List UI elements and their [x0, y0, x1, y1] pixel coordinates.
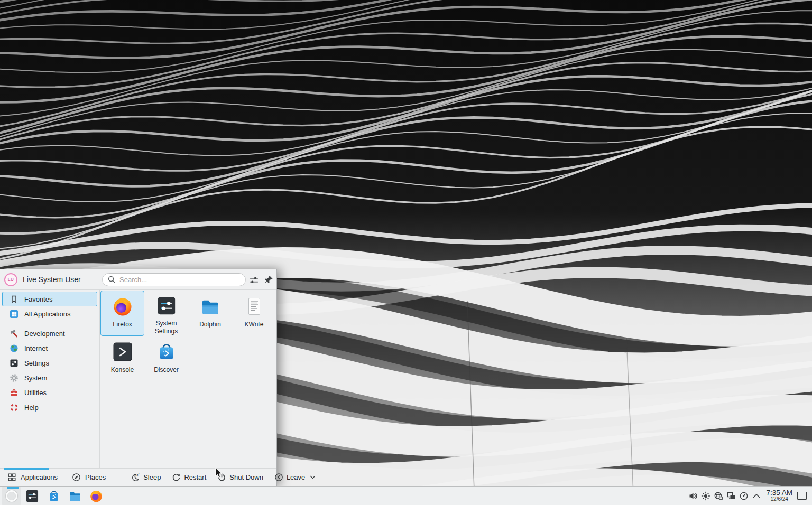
- app-label: Firefox: [113, 321, 132, 329]
- sidebar-item-internet[interactable]: Internet: [2, 341, 97, 356]
- action-label: Leave: [287, 473, 305, 481]
- app-label: KWrite: [245, 321, 264, 329]
- tab-label: Places: [85, 473, 106, 481]
- favorites-grid: Firefox System Settings: [100, 290, 276, 468]
- sidebar-item-all-applications[interactable]: All Applications: [2, 306, 97, 321]
- sidebar-item-settings[interactable]: Settings: [2, 356, 97, 370]
- sidebar-item-label: System: [24, 374, 47, 382]
- hammer-icon: [10, 329, 19, 338]
- sidebar-item-system[interactable]: System: [2, 370, 97, 385]
- konsole-icon: [112, 341, 133, 362]
- tab-label: Applications: [21, 473, 58, 481]
- taskbar-item-discover[interactable]: [43, 487, 64, 505]
- leave-button[interactable]: Leave: [274, 473, 316, 482]
- search-input[interactable]: Search...: [102, 273, 246, 286]
- app-label: Dolphin: [199, 321, 221, 329]
- configure-icon[interactable]: [248, 274, 260, 286]
- kwrite-icon: [244, 296, 265, 317]
- screen-layout-icon[interactable]: [725, 487, 737, 505]
- taskbar-item-firefox[interactable]: [86, 487, 107, 505]
- action-label: Sleep: [143, 473, 161, 481]
- firefox-icon: [112, 296, 133, 317]
- dolphin-icon: [200, 296, 221, 317]
- sidebar-item-label: Help: [24, 404, 39, 412]
- system-tray: 7:35 AM 12/6/24: [687, 487, 809, 505]
- firefox-icon: [89, 489, 103, 503]
- sidebar-item-label: All Applications: [24, 310, 70, 318]
- active-task-indicator: [7, 487, 19, 489]
- application-launcher-button[interactable]: [2, 487, 21, 505]
- sidebar-item-help[interactable]: Help: [2, 400, 97, 415]
- taskbar-item-system-settings[interactable]: [22, 487, 43, 505]
- app-tile-system-settings[interactable]: System Settings: [144, 291, 188, 336]
- globe-icon: [10, 344, 19, 353]
- shutdown-button[interactable]: Shut Down: [217, 473, 263, 482]
- settings-icon: [10, 359, 19, 368]
- sidebar-item-development[interactable]: Development: [2, 326, 97, 341]
- dolphin-icon: [68, 489, 82, 503]
- leave-icon: [274, 473, 283, 482]
- app-tile-kwrite[interactable]: KWrite: [232, 291, 276, 336]
- tab-places[interactable]: Places: [72, 473, 106, 482]
- launcher-header: LU Live System User Search...: [0, 269, 276, 290]
- volume-icon[interactable]: [687, 487, 699, 505]
- search-placeholder: Search...: [119, 276, 147, 284]
- discover-icon: [156, 341, 177, 362]
- sidebar-item-utilities[interactable]: Utilities: [2, 385, 97, 400]
- app-label: Konsole: [111, 366, 134, 374]
- svg-text:z: z: [139, 473, 140, 475]
- expand-tray-icon[interactable]: [750, 487, 763, 505]
- app-tile-firefox[interactable]: Firefox: [100, 291, 144, 336]
- show-desktop-button[interactable]: [797, 492, 807, 500]
- app-label: Discover: [154, 366, 179, 374]
- digital-clock[interactable]: 7:35 AM 12/6/24: [766, 489, 792, 502]
- action-label: Restart: [184, 473, 206, 481]
- system-settings-icon: [25, 489, 39, 503]
- bookmark-icon: [10, 295, 19, 304]
- pin-icon[interactable]: [263, 274, 275, 286]
- app-tile-discover[interactable]: Discover: [144, 336, 188, 381]
- network-icon[interactable]: [712, 487, 725, 505]
- launcher-footer: Applications Places z z Sleep Restart: [0, 468, 276, 486]
- gauge-icon[interactable]: [737, 487, 750, 505]
- restart-button[interactable]: Restart: [172, 473, 206, 482]
- grid-icon: [10, 310, 19, 319]
- sidebar-item-label: Favorites: [24, 295, 52, 303]
- lifebuoy-icon: [10, 403, 19, 412]
- app-tile-dolphin[interactable]: Dolphin: [188, 291, 232, 336]
- sidebar-separator: [0, 321, 99, 326]
- discover-icon: [47, 489, 61, 503]
- user-name: Live System User: [23, 275, 81, 284]
- application-launcher: LU Live System User Search...: [0, 269, 277, 486]
- launcher-sidebar: Favorites All Applications Development: [0, 290, 100, 468]
- clock-time: 7:35 AM: [766, 489, 792, 497]
- compass-icon: [72, 473, 81, 482]
- active-tab-indicator: [4, 468, 49, 470]
- launcher-logo-icon: [6, 490, 17, 502]
- sidebar-item-favorites[interactable]: Favorites: [2, 292, 97, 306]
- taskbar: 7:35 AM 12/6/24: [0, 486, 812, 505]
- mouse-cursor: [215, 467, 224, 479]
- tab-applications[interactable]: Applications: [7, 473, 58, 482]
- toolbox-icon: [10, 388, 19, 397]
- sleep-icon: z z: [131, 473, 140, 482]
- applications-tab-icon: [7, 473, 16, 482]
- chevron-down-icon: [310, 475, 316, 479]
- user-avatar[interactable]: LU: [4, 273, 17, 286]
- sidebar-item-label: Utilities: [24, 389, 47, 397]
- action-label: Shut Down: [229, 473, 263, 481]
- search-icon: [107, 275, 116, 284]
- system-settings-icon: [156, 296, 177, 316]
- brightness-icon[interactable]: [699, 487, 712, 505]
- gear-icon: [10, 373, 19, 382]
- sidebar-item-label: Internet: [24, 344, 48, 352]
- taskbar-item-dolphin[interactable]: [64, 487, 86, 505]
- sidebar-item-label: Settings: [24, 359, 49, 367]
- app-tile-konsole[interactable]: Konsole: [100, 336, 144, 381]
- sidebar-item-label: Development: [24, 330, 65, 338]
- restart-icon: [172, 473, 181, 482]
- app-label: System Settings: [146, 320, 187, 335]
- clock-date: 12/6/24: [766, 497, 792, 502]
- sleep-button[interactable]: z z Sleep: [131, 473, 161, 482]
